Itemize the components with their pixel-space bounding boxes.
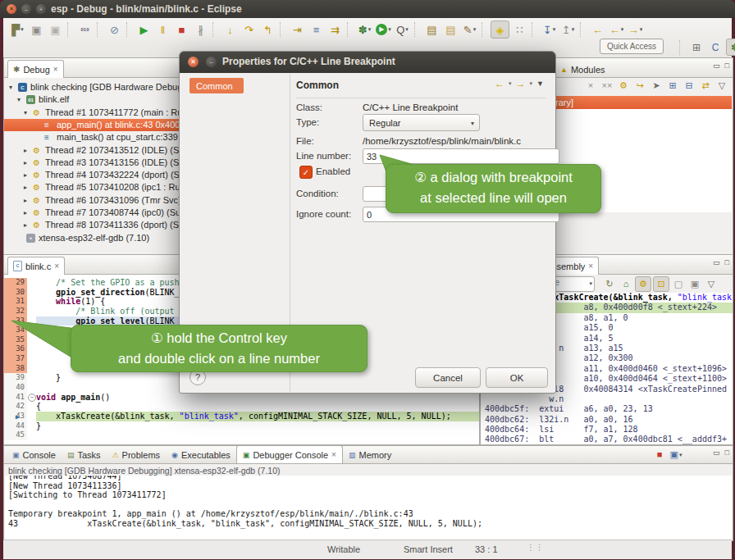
line-number[interactable]: 42 xyxy=(4,402,27,412)
window-maximize-button[interactable]: + xyxy=(36,4,46,14)
open-file-button[interactable]: ▤ xyxy=(442,21,459,38)
mark-occurrences-button[interactable]: ∷ xyxy=(511,21,528,38)
line-number[interactable]: 39 xyxy=(4,373,27,383)
expander-closed-icon[interactable]: ▸ xyxy=(24,184,27,191)
resume-button[interactable]: ▶ xyxy=(135,21,153,38)
copy-view-button[interactable]: ▣ xyxy=(687,277,702,291)
window-close-button[interactable]: ✕ xyxy=(7,4,16,14)
fold-collapse-icon[interactable]: − xyxy=(28,394,36,402)
debug-button[interactable]: ✽▾ xyxy=(356,21,373,38)
instruction-stepping-button[interactable]: ⇥ xyxy=(289,21,306,38)
view-menu-icon[interactable]: ▼ xyxy=(536,80,544,88)
line-number[interactable]: 45 xyxy=(4,430,27,440)
view-menu-button[interactable]: ▽ xyxy=(704,277,719,291)
line-number[interactable]: 29 xyxy=(4,278,27,288)
collapse-all-button[interactable]: ⊟ xyxy=(682,79,696,93)
minimize-panel-icon[interactable]: ▭ xyxy=(713,258,720,266)
enabled-checkbox[interactable]: ✓ xyxy=(299,166,313,179)
terminate-console-button[interactable]: ■ xyxy=(652,448,667,462)
line-number[interactable]: 40 xyxy=(4,383,27,393)
dialog-close-button[interactable]: ✕ xyxy=(188,57,199,67)
status-handle-icon[interactable]: ⋮ ⋮ xyxy=(527,543,543,552)
tab-problems[interactable]: ⚠Problems xyxy=(107,447,167,463)
home-button[interactable]: ⌂ xyxy=(619,277,633,291)
close-icon[interactable]: × xyxy=(54,262,59,271)
expander-closed-icon[interactable]: ▸ xyxy=(24,147,27,154)
close-icon[interactable]: × xyxy=(331,450,336,459)
minimize-panel-icon[interactable]: ▭ xyxy=(713,448,720,457)
expander-open-icon[interactable]: ▾ xyxy=(9,84,12,91)
window-minimize-button[interactable]: – xyxy=(21,4,31,14)
close-icon[interactable]: × xyxy=(588,262,593,271)
cpp-perspective-button[interactable]: C xyxy=(707,39,724,55)
goto-file-button[interactable]: ↪ xyxy=(632,79,647,93)
type-select[interactable]: Regular ▾ xyxy=(363,114,480,131)
last-edit-location-button[interactable]: ↧▾ xyxy=(541,21,558,38)
suspend-button[interactable]: ‖ xyxy=(154,21,171,38)
step-over-button[interactable]: ↷ xyxy=(240,21,258,38)
back-button[interactable]: ←▾ xyxy=(608,21,625,38)
modules-selected-row[interactable]: rary] xyxy=(553,96,732,109)
forward-button[interactable]: →▾ xyxy=(627,21,644,38)
tab-memory[interactable]: ▥Memory xyxy=(343,447,397,463)
forward-icon[interactable]: → xyxy=(516,78,526,89)
refresh-button[interactable]: ↻ xyxy=(602,277,617,291)
expander-closed-icon[interactable]: ▸ xyxy=(24,171,27,179)
open-console-button[interactable]: ▣▾ xyxy=(669,448,683,462)
tab-blink-c[interactable]: c blink.c × xyxy=(7,257,65,275)
dialog-title-bar[interactable]: ✕ – Properties for C/C++ Line Breakpoint xyxy=(180,52,555,73)
line-number[interactable]: 41 xyxy=(4,393,27,403)
chevron-down-icon[interactable]: ▾ xyxy=(589,280,592,287)
chevron-down-icon[interactable]: ▾ xyxy=(509,80,512,87)
line-number[interactable]: 30 xyxy=(4,288,27,298)
dialog-nav-common[interactable]: Common xyxy=(189,78,244,93)
link-with-debug-button[interactable]: ⇄ xyxy=(698,79,713,93)
line-number[interactable]: 32 xyxy=(4,307,27,316)
annotate-button[interactable]: ✎▾ xyxy=(461,21,478,38)
maximize-panel-icon[interactable]: □ xyxy=(725,61,729,70)
open-project-button[interactable]: ▤ xyxy=(423,21,441,38)
tab-modules[interactable]: ▲ Modules xyxy=(555,60,611,78)
cancel-button[interactable]: Cancel xyxy=(415,367,481,388)
run-button[interactable]: ▶▾ xyxy=(375,21,392,38)
console-output[interactable]: [New Thread 1073408744] [New Thread 1073… xyxy=(5,476,732,540)
back-icon[interactable]: ← xyxy=(495,78,504,89)
step-return-button[interactable]: ↰ xyxy=(259,21,276,38)
expand-all-button[interactable]: ⊞ xyxy=(665,79,680,93)
binary-view-button[interactable]: 010 xyxy=(76,21,94,38)
remove-button[interactable]: × xyxy=(583,79,598,93)
debug-perspective-button[interactable]: ✽ xyxy=(726,39,735,56)
tab-tasks[interactable]: ▤Tasks xyxy=(62,447,107,463)
show-supported-button[interactable]: ⚙ xyxy=(616,79,631,93)
expander-closed-icon[interactable]: ▸ xyxy=(24,221,27,229)
step-into-button[interactable]: ↓ xyxy=(221,21,239,38)
quick-access-box[interactable]: Quick Access xyxy=(600,39,664,54)
highlight-button[interactable]: ◈ xyxy=(491,20,509,39)
new-view-button[interactable]: ▢ xyxy=(671,277,686,291)
save-all-button[interactable]: ▣ xyxy=(47,21,64,38)
view-menu-button[interactable]: ▽ xyxy=(714,79,729,93)
expander-closed-icon[interactable]: ▸ xyxy=(24,159,27,166)
back-to-editor-button[interactable]: ← xyxy=(589,21,606,38)
terminate-button[interactable]: ■ xyxy=(173,21,190,38)
chevron-down-icon[interactable]: ▾ xyxy=(530,80,533,87)
select-pointer-button[interactable]: ➤ xyxy=(649,79,664,93)
track-expression-button[interactable]: ⊡ xyxy=(653,276,669,292)
tab-executables[interactable]: ◉Executables xyxy=(166,447,236,463)
new-wizard-button[interactable]: ▛▾ xyxy=(9,21,26,38)
expander-closed-icon[interactable]: ▸ xyxy=(24,197,27,204)
profile-button[interactable]: Q▾ xyxy=(394,21,411,38)
open-perspective-button[interactable]: ⊞ xyxy=(688,39,705,55)
go-to-last-edit-button[interactable]: ↥▾ xyxy=(559,21,577,38)
tab-console[interactable]: ▣Console xyxy=(7,447,62,463)
maximize-panel-icon[interactable]: □ xyxy=(725,448,729,457)
title-bar[interactable]: ✕ – + esp - Debug - blink/main/blink.c -… xyxy=(0,0,735,18)
tab-debug[interactable]: ✱ Debug × xyxy=(7,60,64,78)
show-source-button[interactable]: ⚙ xyxy=(635,276,651,292)
show-stack-button[interactable]: ≡ xyxy=(308,21,325,38)
remove-all-button[interactable]: ×× xyxy=(600,79,614,93)
disconnect-button[interactable]: ∦ xyxy=(192,21,209,38)
line-number[interactable]: 31 xyxy=(4,297,27,307)
step-filters-button[interactable]: ⇉ xyxy=(326,21,344,38)
expander-closed-icon[interactable]: ▸ xyxy=(24,209,27,216)
